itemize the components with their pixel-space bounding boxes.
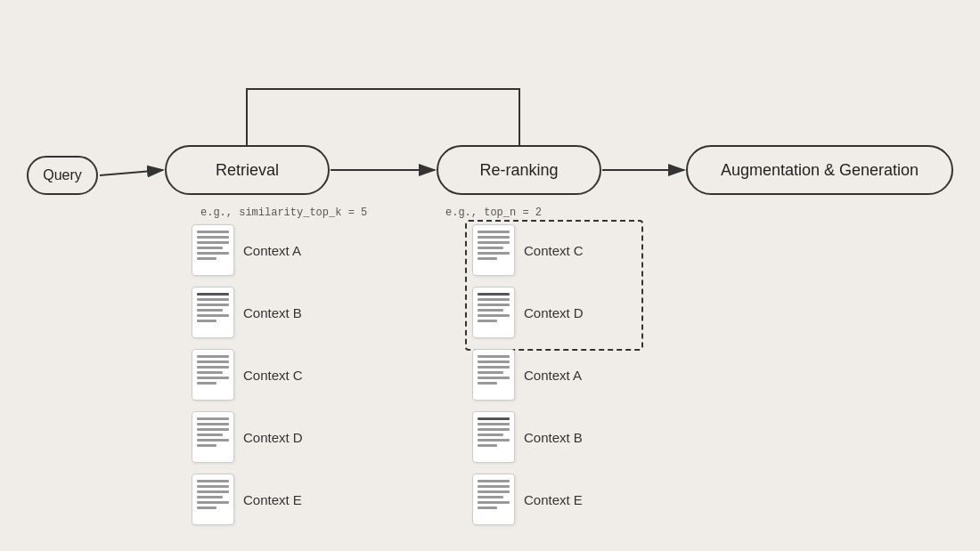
retrieval-param-label: e.g., similarity_top_k = 5 xyxy=(200,207,367,219)
query-label: Query xyxy=(43,167,82,183)
query-node: Query xyxy=(27,156,98,195)
doc-icon-e-right xyxy=(472,474,515,525)
right-context-e: Context E xyxy=(472,474,584,525)
retrieval-label: Retrieval xyxy=(216,161,279,180)
augmentation-label: Augmentation & Generation xyxy=(721,161,919,180)
svg-line-0 xyxy=(100,170,163,175)
right-context-d-label: Context D xyxy=(524,305,584,320)
doc-icon-a-left xyxy=(192,224,234,276)
doc-icon-c-left xyxy=(192,349,234,401)
doc-icon-a-right xyxy=(472,349,515,401)
right-context-a: Context A xyxy=(472,349,584,401)
retrieval-node: Retrieval xyxy=(165,145,330,195)
right-context-d: Context D xyxy=(472,287,584,338)
left-context-e-label: Context E xyxy=(243,492,302,507)
right-context-b-label: Context B xyxy=(524,430,583,445)
reranking-node: Re-ranking xyxy=(437,145,601,195)
right-context-b: Context B xyxy=(472,411,584,463)
doc-icon-b-right xyxy=(472,411,515,463)
doc-icon-b-left xyxy=(192,287,234,338)
left-context-e: Context E xyxy=(192,474,303,525)
doc-icon-d-right xyxy=(472,287,515,338)
doc-icon-c-right xyxy=(472,224,515,276)
reranking-param-label: e.g., top_n = 2 xyxy=(445,207,542,219)
right-context-group: Context C Context D Co xyxy=(472,224,584,525)
left-context-c: Context C xyxy=(192,349,303,401)
right-context-a-label: Context A xyxy=(524,368,582,383)
left-context-b: Context B xyxy=(192,287,303,338)
reranking-label: Re-ranking xyxy=(479,161,558,180)
doc-icon-d-left xyxy=(192,411,234,463)
augmentation-node: Augmentation & Generation xyxy=(686,145,953,195)
left-context-b-label: Context B xyxy=(243,305,302,320)
left-context-group: Context A Context B Co xyxy=(192,224,303,525)
right-context-e-label: Context E xyxy=(524,492,583,507)
left-context-c-label: Context C xyxy=(243,368,303,383)
doc-icon-e-left xyxy=(192,474,234,525)
right-context-c-label: Context C xyxy=(524,243,584,258)
left-context-a-label: Context A xyxy=(243,243,301,258)
left-context-d: Context D xyxy=(192,411,303,463)
left-context-d-label: Context D xyxy=(243,430,303,445)
diagram-container: Query Retrieval Re-ranking Augmentation … xyxy=(0,0,980,551)
left-context-a: Context A xyxy=(192,224,303,276)
right-context-c: Context C xyxy=(472,224,584,276)
